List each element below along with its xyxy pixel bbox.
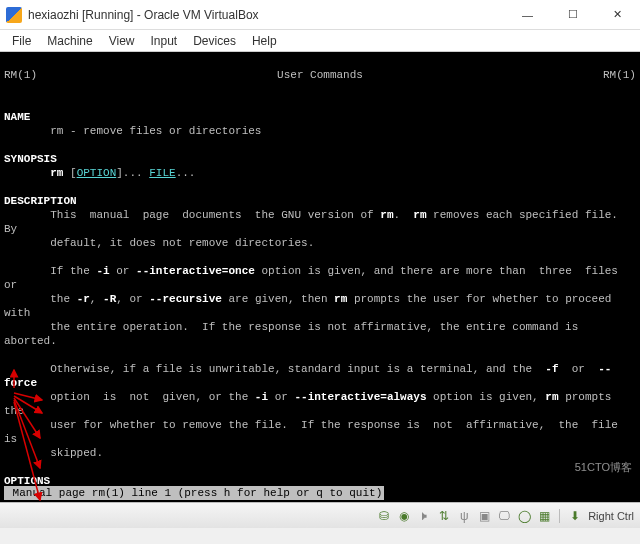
syn-option: OPTION — [77, 167, 117, 179]
window-controls: — ☐ ✕ — [505, 0, 640, 30]
host-key-label: Right Ctrl — [588, 510, 634, 522]
shared-folder-icon[interactable]: ▣ — [477, 509, 491, 523]
menubar: File Machine View Input Devices Help — [0, 30, 640, 52]
syn-end: ... — [176, 167, 196, 179]
watermark: 51CTO博客 — [575, 460, 632, 474]
d2k: are given, then — [222, 293, 334, 305]
display-icon[interactable]: 🖵 — [497, 509, 511, 523]
separator — [559, 509, 560, 523]
d3f: -i — [255, 391, 268, 403]
d3g: or — [268, 391, 294, 403]
titlebar: hexiaozhi [Running] - Oracle VM VirtualB… — [0, 0, 640, 30]
menu-file[interactable]: File — [4, 32, 39, 50]
section-name: NAME — [4, 111, 30, 123]
terminal[interactable]: RM(1)User CommandsRM(1) NAME rm - remove… — [0, 52, 640, 502]
d3c: or — [559, 363, 599, 375]
d2c: or — [110, 265, 136, 277]
menu-help[interactable]: Help — [244, 32, 285, 50]
audio-icon[interactable]: 🕨 — [417, 509, 431, 523]
usb-icon[interactable]: ψ — [457, 509, 471, 523]
man-status-line: Manual page rm(1) line 1 (press h for he… — [4, 486, 384, 500]
d3i: option is given, — [427, 391, 546, 403]
d2l: rm — [334, 293, 347, 305]
menu-view[interactable]: View — [101, 32, 143, 50]
man-header-left: RM(1) — [4, 68, 37, 82]
d3j: rm — [545, 391, 558, 403]
svg-line-3 — [14, 398, 40, 438]
network-icon[interactable]: ⇅ — [437, 509, 451, 523]
menu-devices[interactable]: Devices — [185, 32, 244, 50]
d2f: -r — [77, 293, 90, 305]
hdd-icon[interactable]: ⛁ — [377, 509, 391, 523]
menu-input[interactable]: Input — [143, 32, 186, 50]
d1d: rm — [413, 209, 426, 221]
d1a: This manual page documents the GNU versi… — [4, 209, 380, 221]
name-text: rm - remove files or directories — [4, 125, 261, 137]
cpu-icon[interactable]: ▦ — [537, 509, 551, 523]
d2g: , — [90, 293, 103, 305]
d2a: If the — [4, 265, 96, 277]
d3h: --interactive=always — [294, 391, 426, 403]
vm-statusbar: ⛁ ◉ 🕨 ⇅ ψ ▣ 🖵 ◯ ▦ ⬇ Right Ctrl — [0, 502, 640, 528]
section-synopsis: SYNOPSIS — [4, 153, 57, 165]
close-button[interactable]: ✕ — [595, 0, 640, 30]
man-header: RM(1)User CommandsRM(1) — [4, 68, 636, 82]
optical-icon[interactable]: ◉ — [397, 509, 411, 523]
d2h: -R — [103, 293, 116, 305]
d2j: --recursive — [149, 293, 222, 305]
minimize-button[interactable]: — — [505, 0, 550, 30]
d2b: -i — [96, 265, 109, 277]
d2i: , or — [116, 293, 149, 305]
d2d: --interactive=once — [136, 265, 255, 277]
d1b: rm — [380, 209, 393, 221]
d3b: -f — [545, 363, 558, 375]
window-title: hexiaozhi [Running] - Oracle VM VirtualB… — [28, 8, 505, 22]
d1c: . — [393, 209, 413, 221]
mouse-integration-icon[interactable]: ⬇ — [568, 509, 582, 523]
syn-file: FILE — [149, 167, 175, 179]
maximize-button[interactable]: ☐ — [550, 0, 595, 30]
syn-dots: ]... — [116, 167, 149, 179]
man-header-right: RM(1) — [603, 68, 636, 82]
man-header-center: User Commands — [277, 68, 363, 82]
recording-icon[interactable]: ◯ — [517, 509, 531, 523]
syn-cmd: rm — [50, 167, 63, 179]
section-description: DESCRIPTION — [4, 195, 77, 207]
menu-machine[interactable]: Machine — [39, 32, 100, 50]
d3a: Otherwise, if a file is unwritable, stan… — [4, 363, 545, 375]
d3e: option is not given, or the — [4, 391, 255, 403]
vm-icon — [6, 7, 22, 23]
